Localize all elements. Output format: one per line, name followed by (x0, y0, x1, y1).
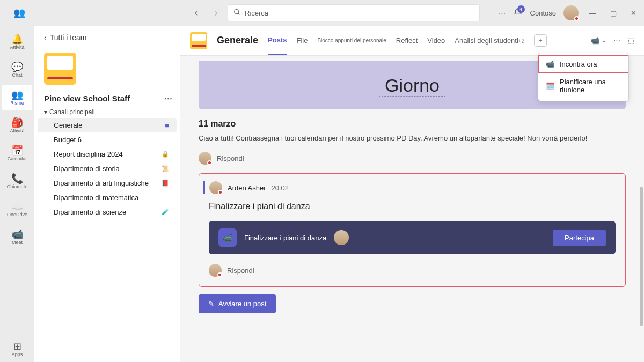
activity-bell-icon[interactable]: 4 (513, 8, 523, 19)
search-icon (233, 9, 240, 17)
compose-icon: ✎ (208, 300, 214, 308)
back-to-teams[interactable]: ‹ Tutti i team (34, 26, 180, 49)
post-1: 11 marzo Ciao a tutti! Contrassegna i tu… (199, 119, 626, 167)
caret-down-icon: ▾ (44, 108, 47, 116)
bag-icon: 🎒 (11, 118, 23, 128)
video-icon: 📹 (11, 230, 23, 239)
meeting-title: Finalizzare i piani di danza (244, 234, 326, 242)
bell-icon: 🔔 (11, 34, 23, 44)
notification-count: 4 (517, 5, 525, 13)
tab-insights[interactable]: Analisi degli studenti+2 (455, 27, 524, 54)
meeting-active-icon: ■ (165, 121, 169, 129)
post-body: Ciao a tutti! Contrassegna i tuoi calend… (199, 134, 626, 142)
channel-linguistiche[interactable]: Dipartimento di arti linguistiche📕 (38, 176, 177, 190)
search-placeholder: Ricerca (245, 9, 268, 17)
team-more-icon[interactable]: ⋯ (164, 93, 172, 103)
emoji-icon: 📕 (162, 180, 169, 187)
calendar-icon: 📅 (11, 146, 23, 156)
channel-matematica[interactable]: Dipartimento di matematica (38, 190, 177, 205)
tab-notebook[interactable]: Blocco appunti del personale (317, 28, 386, 53)
rail-calls[interactable]: 📞Chiamate (2, 168, 32, 194)
channel-budget[interactable]: Budget 6 (38, 132, 177, 147)
open-panel-icon[interactable]: ⬚ (628, 36, 634, 45)
team-avatar[interactable] (44, 53, 76, 85)
emoji-icon: 🧪 (162, 209, 169, 216)
post-date: 11 marzo (199, 119, 626, 129)
add-tab-icon[interactable]: ＋ (534, 34, 547, 47)
reply-button[interactable]: Rispondi (199, 150, 626, 167)
scrollbar[interactable] (640, 187, 643, 326)
post-2-thread: Arden Asher 20:02 Finalizzare i piani di… (199, 173, 626, 287)
tab-video[interactable]: Video (427, 27, 445, 54)
rail-onedrive[interactable]: ☁️OneDrive (2, 196, 32, 222)
channel-more-icon[interactable]: ⋯ (613, 36, 620, 45)
tab-file[interactable]: File (296, 27, 308, 54)
post-time: 20:02 (272, 184, 289, 192)
window-minimize[interactable]: — (586, 6, 599, 20)
post-title: Finalizzare i piani di danza (209, 202, 616, 211)
video-icon: 📹 (591, 36, 599, 45)
tab-reflect[interactable]: Reflect (396, 27, 418, 54)
author-avatar (209, 181, 222, 194)
participant-avatar (334, 230, 349, 245)
reply-avatar (199, 152, 211, 165)
org-name[interactable]: Contoso (530, 9, 556, 17)
rail-assignments[interactable]: 🎒Attività (2, 113, 32, 138)
people-icon: 👥 (11, 90, 23, 100)
video-icon: 📹 (218, 228, 237, 247)
schedule-meeting-item[interactable]: 🗓️ Pianificare una riunione (538, 73, 628, 99)
channel-title: Generale (217, 35, 258, 46)
new-post-button[interactable]: ✎ Avviare un post (199, 294, 276, 313)
rail-teams[interactable]: 👥Risme (2, 85, 32, 110)
channel-scienze[interactable]: Dipartimento di scienze🧪 (38, 205, 177, 219)
tab-posts[interactable]: Posts (268, 26, 287, 55)
lock-icon: 🔒 (162, 151, 169, 158)
teams-logo-icon: 👥 (13, 7, 25, 19)
nav-forward[interactable] (208, 5, 223, 20)
meet-button[interactable]: 📹⌄ (591, 36, 606, 45)
rail-meet[interactable]: 📹Meet (2, 224, 32, 250)
meet-now-item[interactable]: 📹 Incontra ora (538, 55, 628, 73)
reply-avatar (209, 264, 222, 277)
user-avatar[interactable] (564, 5, 579, 20)
channels-section[interactable]: ▾ Canali principali (34, 106, 180, 118)
reply-button[interactable]: Rispondi (209, 262, 616, 279)
apps-icon: ⊞ (13, 342, 21, 351)
phone-icon: 📞 (11, 174, 23, 183)
more-icon[interactable]: ⋯ (499, 9, 506, 17)
video-icon: 📹 (546, 60, 554, 68)
calendar-plus-icon: 🗓️ (546, 82, 554, 90)
channel-generale[interactable]: Generale■ (38, 118, 177, 132)
nav-back[interactable] (189, 5, 204, 20)
channel-report[interactable]: Report disciplina 2024🔒 (38, 147, 177, 161)
author-name: Arden Asher (228, 184, 266, 192)
svg-point-0 (235, 10, 239, 14)
window-maximize[interactable]: ▢ (607, 6, 620, 20)
meeting-card[interactable]: 📹 Finalizzare i piani di danza Partecipa (209, 221, 616, 254)
join-button[interactable]: Partecipa (553, 230, 606, 246)
search-input[interactable]: Ricerca (228, 4, 480, 21)
emoji-icon: 📜 (162, 165, 169, 172)
chevron-down-icon: ⌄ (602, 38, 606, 43)
rail-chat[interactable]: 💬Chat (2, 57, 32, 83)
meet-dropdown: 📹 Incontra ora 🗓️ Pianificare una riunio… (538, 53, 629, 101)
cloud-icon: ☁️ (11, 202, 23, 211)
chevron-left-icon: ‹ (44, 33, 47, 42)
team-name: Pine view School Staff (44, 94, 130, 103)
chat-icon: 💬 (11, 62, 23, 72)
rail-calendar[interactable]: 📅Calendar (2, 141, 32, 166)
window-close[interactable]: ✕ (627, 6, 640, 20)
channel-storia[interactable]: Dipartimento di storia📜 (38, 161, 177, 176)
rail-activity[interactable]: 🔔Attività (2, 29, 32, 55)
rail-apps[interactable]: ⊞Apps (2, 336, 32, 362)
channel-icon (190, 32, 207, 49)
